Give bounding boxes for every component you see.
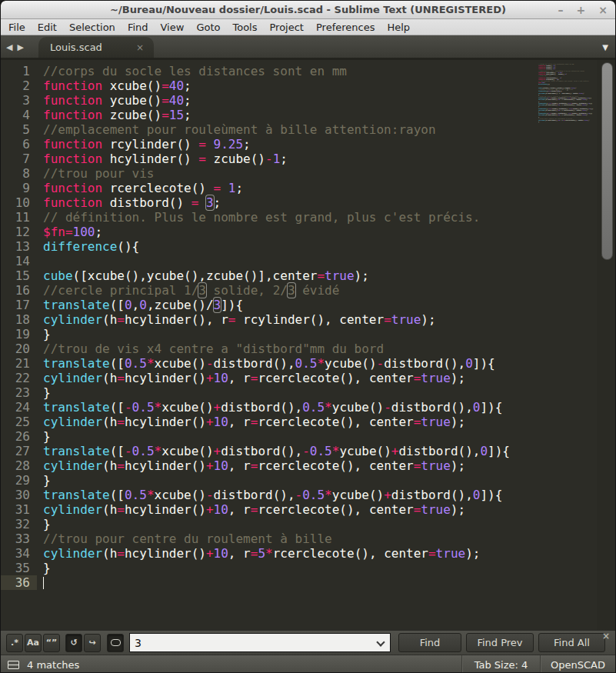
find-actions: FindFind PrevFind All [398, 633, 605, 652]
in-selection-toggle[interactable]: ↪ [84, 634, 101, 652]
maximize-icon[interactable]: + [577, 5, 586, 15]
code-line: 20//trou de vis x4 centre a "distbord"mm… [1, 341, 537, 356]
code-line: 33//trou pour centre du roulement à bill… [1, 531, 537, 546]
tab-close-icon[interactable]: × [136, 42, 144, 53]
find-button[interactable]: Find [398, 633, 461, 652]
code-area[interactable]: 1//corps du socle les distances sont en … [1, 64, 537, 590]
wrap-toggle[interactable]: ↺ [65, 634, 82, 652]
code-line: 13difference(){ [1, 239, 537, 254]
highlight-matches-icon [111, 639, 121, 646]
code-line: 6function rcylinder() = 9.25; [1, 137, 537, 152]
code-line: 22cylinder(h=hcylinder()+10, r=rcercleco… [1, 371, 537, 385]
regex-toggle[interactable]: .* [6, 634, 23, 652]
menu-selection[interactable]: Selection [63, 22, 122, 33]
find-panel-close-icon[interactable]: × [602, 631, 610, 641]
line-number: 23 [1, 385, 37, 400]
tabbar: ◀ ▶ Louis.scad × ▼ [1, 35, 615, 60]
whole-word-toggle[interactable]: “” [43, 634, 60, 652]
line-number: 15 [1, 268, 37, 283]
code-text: function rcylinder() = 9.25; [37, 137, 251, 152]
menu-project[interactable]: Project [263, 22, 309, 33]
syntax-indicator[interactable]: OpenSCAD [540, 655, 615, 673]
tab-forward-icon[interactable]: ▶ [17, 42, 23, 52]
code-text: function ycube()=40; [37, 93, 191, 108]
code-text [37, 575, 44, 590]
code-line: 35} [1, 561, 537, 575]
code-line: 9function rcerclecote() = 1; [1, 181, 537, 195]
code-line: 5//emplacement pour rouleùment à bille a… [1, 122, 537, 137]
menu-view[interactable]: View [155, 22, 191, 33]
find-input-wrap [129, 633, 391, 652]
panel-icon[interactable] [8, 661, 19, 669]
code-line: 3function ycube()=40; [1, 93, 537, 108]
line-number: 13 [1, 239, 37, 254]
menu-file[interactable]: File [2, 22, 32, 33]
code-line: 29} [1, 473, 537, 488]
code-text: } [37, 473, 51, 488]
code-line: 25cylinder(h=hcylinder()+10, r=rcercleco… [1, 415, 537, 429]
find-input[interactable] [129, 633, 391, 652]
menu-goto[interactable]: Goto [190, 22, 226, 33]
text-cursor [43, 577, 44, 589]
tab-louis-scad[interactable]: Louis.scad × [38, 37, 154, 58]
minimap[interactable]: //corps du socle les distances sont en m… [538, 63, 598, 630]
line-number: 29 [1, 473, 37, 488]
code-text: cylinder(h=hcylinder(), r= rcylinder(), … [37, 312, 436, 327]
minimize-icon[interactable]: – [558, 5, 564, 15]
case-sensitive-toggle[interactable]: Aa [25, 634, 42, 652]
code-text: translate([0.5*xcube()-distbord(),0.5*yc… [37, 356, 495, 371]
code-line: 27translate([-0.5*xcube()+distbord(),-0.… [1, 444, 537, 458]
highlight-matches-toggle[interactable] [107, 634, 124, 652]
code-line: 16//cercle principal 1/3 solide, 2/3 évi… [1, 283, 537, 298]
menu-preferences[interactable]: Preferences [310, 22, 381, 33]
find-prev-button[interactable]: Find Prev [466, 633, 534, 652]
code-line: 28cylinder(h=hcylinder()+10, r=rcercleco… [1, 458, 537, 473]
code-line: 21translate([0.5*xcube()-distbord(),0.5*… [1, 356, 537, 371]
status-left: 4 matches [1, 659, 461, 671]
code-text: // définition. Plus le nombre est grand,… [37, 210, 480, 225]
scrollbar-thumb[interactable] [601, 62, 613, 260]
code-text [37, 254, 43, 268]
line-number: 16 [1, 283, 37, 298]
code-line: 1//corps du socle les distances sont en … [1, 64, 537, 78]
code-text: } [37, 429, 51, 444]
menu-edit[interactable]: Edit [32, 22, 63, 33]
line-number: 10 [1, 195, 37, 210]
code-text: translate([-0.5*xcube()+distbord(),-0.5*… [37, 444, 510, 458]
tab-overflow-icon[interactable]: ▼ [602, 43, 608, 52]
line-number: 20 [1, 341, 37, 356]
line-number: 21 [1, 356, 37, 371]
code-line: 34cylinder(h=hcylinder()+10, r=5*rcercle… [1, 546, 537, 561]
code-text: //emplacement pour rouleùment à bille at… [37, 122, 436, 137]
tab-size-indicator[interactable]: Tab Size: 4 [461, 655, 540, 673]
tab-back-icon[interactable]: ◀ [6, 42, 12, 52]
close-icon[interactable]: × [598, 5, 608, 15]
menubar: FileEditSelectionFindViewGotoToolsProjec… [1, 19, 615, 35]
line-number: 36 [1, 575, 37, 590]
code-line: 8//trou pour vis [1, 166, 537, 181]
code-text: cylinder(h=hcylinder()+10, r=rcerclecote… [37, 458, 465, 473]
code-line: 15cube([xcube(),ycube(),zcube()],center=… [1, 268, 537, 283]
scrollbar-track[interactable] [597, 60, 615, 630]
menu-tools[interactable]: Tools [226, 22, 263, 33]
code-line: 14 [1, 254, 537, 268]
line-number: 26 [1, 429, 37, 444]
minimap-line: cylinder(h=hcylinder()+10, r=5*rcercleco… [538, 119, 598, 121]
code-text: function xcube()=40; [37, 78, 191, 93]
line-number: 19 [1, 327, 37, 341]
code-text: //trou pour centre du roulement à bille [37, 531, 332, 546]
menu-help[interactable]: Help [381, 22, 416, 33]
find-bar: .*Aa“”↺↪ FindFind PrevFind All × [1, 630, 615, 655]
titlebar[interactable]: ~/Bureau/Nouveau dossier/Louis.scad - Su… [1, 1, 615, 19]
menu-find[interactable]: Find [122, 22, 155, 33]
code-text: function distbord() = 3; [37, 195, 221, 210]
line-number: 33 [1, 531, 37, 546]
code-text: $fn=100; [37, 225, 102, 239]
line-number: 5 [1, 122, 37, 137]
find-all-button[interactable]: Find All [538, 633, 605, 652]
code-text: } [37, 327, 51, 341]
line-number: 28 [1, 458, 37, 473]
code-line: 30translate([0.5*xcube()-distbord(),-0.5… [1, 488, 537, 502]
code-text: translate([0.5*xcube()-distbord(),-0.5*y… [37, 488, 502, 502]
code-line: 4function zcube()=15; [1, 108, 537, 122]
